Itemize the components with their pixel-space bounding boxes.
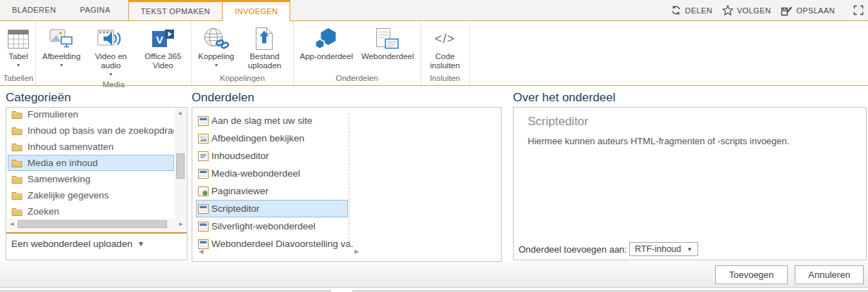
save-icon — [781, 5, 793, 16]
folder-icon — [11, 142, 23, 151]
category-item-media-en-inhoud[interactable]: Media en inhoud — [8, 155, 174, 171]
parts-page-left-icon[interactable]: ◄ — [197, 247, 205, 255]
part-item-silverlight-webonderdeel[interactable]: Silverlight-webonderdeel — [196, 217, 348, 235]
ribbon-group-onderdelen: App-onderdeel Webonderdeel — [294, 21, 421, 85]
add-button[interactable]: Toevoegen — [715, 265, 788, 284]
chevron-down-icon: ▾ — [109, 71, 112, 77]
parts-list: Aan de slag met uw site Afbeeldingen bek… — [196, 112, 348, 253]
scroll-right-icon[interactable]: ► — [176, 219, 186, 229]
part-item-aan-de-slag[interactable]: Aan de slag met uw site — [196, 112, 348, 129]
ribbon-group-label-koppelingen: Koppelingen — [192, 72, 292, 85]
tab-bladeren[interactable]: BLADEREN — [0, 0, 68, 20]
part-item-scripteditor[interactable]: Scripteditor — [196, 200, 348, 217]
category-label: Inhoud samenvatten — [27, 141, 113, 152]
category-label: Inhoud op basis van de zoekopdracht — [27, 125, 174, 136]
table-button[interactable]: Tabel ▾ — [4, 25, 33, 69]
ribbon-group-insluiten: </> Code insluiten Insluiten — [421, 21, 470, 85]
parts-panel-title: Onderdelen — [192, 91, 254, 105]
share-button[interactable]: DELEN — [671, 5, 712, 15]
part-label: Media-webonderdeel — [211, 168, 300, 179]
category-label: Zakelijke gegevens — [27, 190, 109, 201]
scroll-up-icon[interactable]: ▲ — [175, 108, 186, 118]
parts-page-right-icon[interactable]: ► — [353, 247, 361, 255]
category-item-zoeken[interactable]: Zoeken — [8, 203, 174, 220]
folder-icon — [11, 191, 23, 200]
part-label: Inhoudseditor — [211, 151, 269, 161]
category-item-inhoud-samenvatten[interactable]: Inhoud samenvatten — [8, 139, 174, 155]
cancel-button[interactable]: Annuleren — [795, 265, 864, 284]
chevron-down-icon: ▾ — [215, 62, 218, 68]
tab-tekst-opmaken[interactable]: TEKST OPMAKEN — [129, 2, 223, 20]
focus-mode-button[interactable] — [853, 5, 864, 15]
upload-file-button[interactable]: Bestand uploaden — [239, 25, 291, 71]
add-part-to-label: Onderdeel toevoegen aan: — [519, 244, 627, 255]
part-item-inhoudseditor[interactable]: Inhoudseditor — [196, 147, 348, 165]
tab-pagina[interactable]: PAGINA — [68, 0, 123, 20]
app-part-button[interactable]: App-onderdeel — [296, 25, 357, 62]
content-editor-icon — [198, 151, 209, 161]
folder-icon — [11, 207, 23, 216]
sharepoint-insert-webpart-page: { "tab_bar": { "tabs": [ { "label": "BLA… — [0, 0, 868, 292]
add-part-to-value: RTF-inhoud — [635, 244, 681, 254]
web-part-item-icon — [198, 204, 209, 214]
folder-icon — [11, 158, 23, 167]
ribbon-group-tabellen: Tabel ▾ Tabellen — [1, 21, 36, 85]
image-button[interactable]: Afbeelding ▾ — [38, 25, 85, 69]
tab-invoegen[interactable]: INVOEGEN — [222, 2, 290, 21]
add-part-to-select[interactable]: RTF-inhoud ▼ — [629, 242, 698, 256]
video-audio-button[interactable]: Video en audio ▾ — [85, 25, 137, 78]
chevron-down-icon: ▼ — [137, 240, 144, 248]
ribbon-group-media: Afbeelding ▾ Video en — [36, 21, 192, 85]
parts-listbox: Aan de slag met uw site Afbeeldingen bek… — [192, 107, 502, 262]
category-item-inhoud-zoekopdracht[interactable]: Inhoud op basis van de zoekopdracht — [8, 122, 174, 139]
ribbon-group-label-onderdelen: Onderdelen — [294, 72, 421, 85]
video-audio-icon — [97, 25, 124, 52]
contextual-tab-group: TEKST OPMAKEN INVOEGEN — [128, 0, 291, 20]
categories-vertical-scrollbar[interactable]: ▲ ▼ — [175, 108, 186, 229]
table-button-label: Tabel — [8, 52, 28, 61]
save-button[interactable]: OPSLAAN — [781, 5, 835, 16]
chevron-down-icon: ▾ — [60, 62, 63, 68]
selected-part-name: Scripteditor — [528, 115, 588, 129]
embed-code-button[interactable]: </> Code insluiten — [423, 25, 467, 71]
parts-column-divider — [349, 113, 349, 246]
part-label: Silverlight-webonderdeel — [211, 221, 316, 231]
ribbon-group-label-insluiten: Insluiten — [421, 72, 469, 85]
part-item-afbeeldingen-bekijken[interactable]: Afbeeldingen bekijken — [196, 129, 348, 147]
video-audio-button-label: Video en audio — [89, 52, 132, 70]
follow-button[interactable]: VOLGEN — [722, 5, 771, 15]
link-globe-icon — [203, 25, 230, 52]
category-label: Samenwerking — [27, 174, 90, 184]
category-item-samenwerking[interactable]: Samenwerking — [8, 171, 174, 187]
web-part-button[interactable]: Webonderdeel — [357, 25, 418, 62]
scrollbar-thumb[interactable] — [176, 153, 185, 179]
category-item-formulieren[interactable]: Formulieren — [8, 108, 174, 122]
scrollbar-thumb[interactable] — [18, 220, 167, 228]
part-item-webonderdeel-diavoorstelling[interactable]: Webonderdeel Diavoorstelling va. — [196, 235, 348, 253]
category-label: Media en inhoud — [27, 158, 98, 168]
add-part-to-row: Onderdeel toevoegen aan: RTF-inhoud ▼ — [519, 242, 698, 256]
part-item-media-webonderdeel[interactable]: Media-webonderdeel — [196, 165, 348, 182]
image-button-label: Afbeelding — [42, 52, 80, 61]
embed-code-icon: </> — [435, 25, 455, 52]
upload-webpart-label: Een webonderdeel uploaden — [11, 239, 132, 249]
share-icon — [671, 5, 681, 15]
scroll-left-icon[interactable]: ◄ — [7, 219, 17, 229]
ribbon: Tabel ▾ Tabellen Afbeelding ▾ — [0, 21, 868, 86]
categories-listbox: Formulieren Inhoud op basis van de zoeko… — [6, 107, 187, 260]
part-label: Scripteditor — [211, 203, 259, 214]
link-button[interactable]: Koppeling ▾ — [194, 25, 238, 69]
categories-horizontal-scrollbar[interactable]: ◄ ► — [7, 219, 186, 229]
ribbon-group-koppelingen: Koppeling ▾ Bestand uploaden Koppelingen — [192, 21, 293, 85]
categories-panel-title: Categorieën — [6, 91, 71, 105]
header-actions: DELEN VOLGEN OPSLAAN — [671, 0, 864, 20]
part-item-paginaviewer[interactable]: Paginaviewer — [196, 182, 348, 200]
dialog-footer: Toevoegen Annuleren — [0, 262, 868, 287]
part-label: Aan de slag met uw site — [211, 115, 312, 126]
share-label: DELEN — [685, 6, 712, 15]
upload-webpart-link[interactable]: Een webonderdeel uploaden ▼ — [11, 239, 144, 249]
office365-video-button[interactable]: V Office 365 Video — [137, 25, 189, 71]
star-icon — [722, 5, 733, 15]
category-item-zakelijke-gegevens[interactable]: Zakelijke gegevens — [8, 187, 174, 203]
focus-mode-icon — [853, 5, 864, 15]
